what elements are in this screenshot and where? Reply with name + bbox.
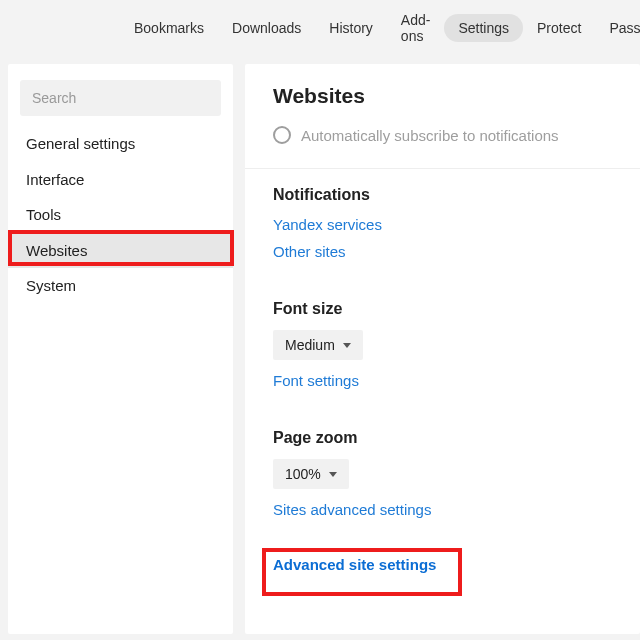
nav-bookmarks[interactable]: Bookmarks xyxy=(120,14,218,42)
zoom-value: 100% xyxy=(285,466,321,482)
font-size-select[interactable]: Medium xyxy=(273,330,363,360)
radio-icon xyxy=(273,126,291,144)
section-font-size: Font size xyxy=(273,300,612,318)
nav-addons[interactable]: Add-ons xyxy=(387,6,445,50)
divider xyxy=(245,168,640,169)
nav-protect[interactable]: Protect xyxy=(523,14,595,42)
main-panel: Websites Automatically subscribe to noti… xyxy=(245,64,640,634)
nav-downloads[interactable]: Downloads xyxy=(218,14,315,42)
font-size-value: Medium xyxy=(285,337,335,353)
link-yandex-services[interactable]: Yandex services xyxy=(273,216,612,233)
sidebar-item-tools[interactable]: Tools xyxy=(8,197,233,233)
link-font-settings[interactable]: Font settings xyxy=(273,372,612,389)
radio-auto-subscribe[interactable]: Automatically subscribe to notifications xyxy=(273,126,612,144)
sidebar: Search General settings Interface Tools … xyxy=(8,64,233,634)
top-nav: Bookmarks Downloads History Add-ons Sett… xyxy=(0,0,640,56)
sidebar-item-system[interactable]: System xyxy=(8,268,233,304)
link-other-sites[interactable]: Other sites xyxy=(273,243,612,260)
link-advanced-site-settings[interactable]: Advanced site settings xyxy=(273,556,612,573)
zoom-select[interactable]: 100% xyxy=(273,459,349,489)
nav-password[interactable]: Password xyxy=(595,14,640,42)
search-input[interactable]: Search xyxy=(20,80,221,116)
section-page-zoom: Page zoom xyxy=(273,429,612,447)
section-notifications: Notifications xyxy=(273,186,612,204)
page-title: Websites xyxy=(273,84,612,108)
link-sites-advanced[interactable]: Sites advanced settings xyxy=(273,501,612,518)
sidebar-item-interface[interactable]: Interface xyxy=(8,162,233,198)
sidebar-item-general[interactable]: General settings xyxy=(8,126,233,162)
chevron-down-icon xyxy=(343,343,351,348)
chevron-down-icon xyxy=(329,472,337,477)
nav-history[interactable]: History xyxy=(315,14,387,42)
nav-settings[interactable]: Settings xyxy=(444,14,523,42)
sidebar-item-websites[interactable]: Websites xyxy=(8,233,233,269)
radio-label: Automatically subscribe to notifications xyxy=(301,127,559,144)
